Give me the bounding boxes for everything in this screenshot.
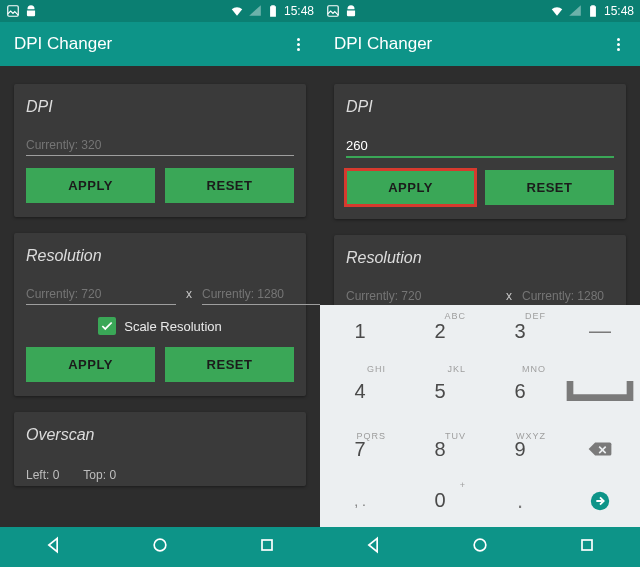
image-icon bbox=[6, 4, 20, 18]
dpi-card: DPI APPLY RESET bbox=[14, 84, 306, 217]
status-bar: 15:48 bbox=[0, 0, 320, 22]
recents-button[interactable] bbox=[257, 535, 277, 559]
android-icon bbox=[24, 4, 38, 18]
nav-bar bbox=[320, 527, 640, 567]
signal-icon bbox=[248, 4, 262, 18]
svg-rect-2 bbox=[262, 540, 272, 550]
resolution-apply-button[interactable]: APPLY bbox=[26, 347, 155, 382]
key-space[interactable] bbox=[560, 358, 640, 425]
svg-point-1 bbox=[154, 539, 166, 551]
dpi-card: DPI APPLY RESET bbox=[334, 84, 626, 219]
image-icon bbox=[326, 4, 340, 18]
key-backspace[interactable] bbox=[560, 425, 640, 475]
dpi-title: DPI bbox=[26, 98, 294, 116]
overscan-card: Overscan Left: 0 Top: 0 bbox=[14, 412, 306, 486]
resolution-height-input[interactable] bbox=[522, 285, 640, 307]
svg-point-5 bbox=[474, 539, 486, 551]
back-button[interactable] bbox=[43, 535, 63, 559]
recents-button[interactable] bbox=[577, 535, 597, 559]
scale-resolution-checkbox[interactable] bbox=[98, 317, 116, 335]
clock: 15:48 bbox=[604, 4, 634, 18]
key-enter[interactable] bbox=[560, 474, 640, 527]
resolution-height-input[interactable] bbox=[202, 283, 320, 305]
app-title: DPI Changer bbox=[14, 34, 112, 54]
svg-rect-6 bbox=[582, 540, 592, 550]
content-area: DPI APPLY RESET Resolution x Scale Resol… bbox=[0, 66, 320, 527]
app-bar: DPI Changer bbox=[320, 22, 640, 66]
android-icon bbox=[344, 4, 358, 18]
nav-bar bbox=[0, 527, 320, 567]
dpi-input[interactable] bbox=[346, 134, 614, 158]
screen-right: 15:48 DPI Changer DPI APPLY RESET Resolu… bbox=[320, 0, 640, 567]
signal-icon bbox=[568, 4, 582, 18]
overflow-menu-button[interactable] bbox=[291, 32, 306, 57]
dpi-reset-button[interactable]: RESET bbox=[165, 168, 294, 203]
key-7[interactable]: 7PQRS bbox=[320, 425, 400, 475]
status-bar: 15:48 bbox=[320, 0, 640, 22]
dpi-reset-button[interactable]: RESET bbox=[485, 170, 614, 205]
key-3[interactable]: 3DEF bbox=[480, 305, 560, 358]
key-9[interactable]: 9WXYZ bbox=[480, 425, 560, 475]
home-button[interactable] bbox=[150, 535, 170, 559]
back-button[interactable] bbox=[363, 535, 383, 559]
times-label: x bbox=[186, 287, 192, 301]
resolution-title: Resolution bbox=[346, 249, 614, 267]
screen-left: 15:48 DPI Changer DPI APPLY RESET Resolu… bbox=[0, 0, 320, 567]
overscan-left-label: Left: 0 bbox=[26, 468, 59, 482]
battery-icon bbox=[586, 4, 600, 18]
svg-rect-3 bbox=[328, 6, 339, 17]
svg-rect-0 bbox=[8, 6, 19, 17]
home-button[interactable] bbox=[470, 535, 490, 559]
key-dot[interactable]: . bbox=[480, 474, 560, 527]
resolution-card: Resolution x Scale Resolution APPLY RESE… bbox=[14, 233, 306, 396]
key-0[interactable]: 0+ bbox=[400, 474, 480, 527]
key-dash[interactable]: — bbox=[560, 305, 640, 358]
resolution-width-input[interactable] bbox=[26, 283, 176, 305]
battery-icon bbox=[266, 4, 280, 18]
dpi-input[interactable] bbox=[26, 134, 294, 156]
overscan-title: Overscan bbox=[26, 426, 294, 444]
wifi-icon bbox=[230, 4, 244, 18]
times-label: x bbox=[506, 289, 512, 303]
dpi-apply-button[interactable]: APPLY bbox=[346, 170, 475, 205]
dpi-apply-button[interactable]: APPLY bbox=[26, 168, 155, 203]
clock: 15:48 bbox=[284, 4, 314, 18]
numeric-keyboard: 1 2ABC 3DEF — 4GHI 5JKL 6MNO 7PQRS 8TUV … bbox=[320, 305, 640, 527]
key-5[interactable]: 5JKL bbox=[400, 358, 480, 425]
key-6[interactable]: 6MNO bbox=[480, 358, 560, 425]
wifi-icon bbox=[550, 4, 564, 18]
overscan-top-label: Top: 0 bbox=[83, 468, 116, 482]
key-8[interactable]: 8TUV bbox=[400, 425, 480, 475]
key-comma[interactable]: , . bbox=[320, 474, 400, 527]
resolution-title: Resolution bbox=[26, 247, 294, 265]
overflow-menu-button[interactable] bbox=[611, 32, 626, 57]
resolution-width-input[interactable] bbox=[346, 285, 496, 307]
key-2[interactable]: 2ABC bbox=[400, 305, 480, 358]
app-bar: DPI Changer bbox=[0, 22, 320, 66]
resolution-reset-button[interactable]: RESET bbox=[165, 347, 294, 382]
key-1[interactable]: 1 bbox=[320, 305, 400, 358]
scale-resolution-label: Scale Resolution bbox=[124, 319, 222, 334]
dpi-title: DPI bbox=[346, 98, 614, 116]
app-title: DPI Changer bbox=[334, 34, 432, 54]
key-4[interactable]: 4GHI bbox=[320, 358, 400, 425]
